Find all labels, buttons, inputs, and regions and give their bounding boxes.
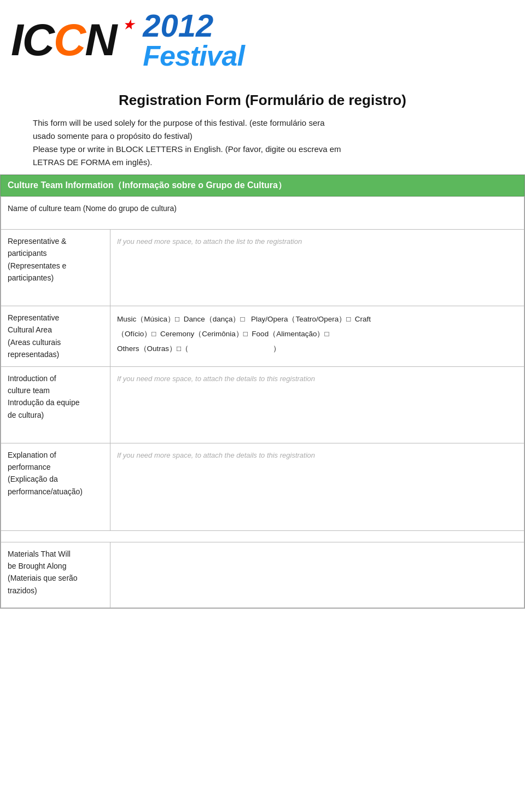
form-desc-line2: usado somente para o propósito do festiv… (33, 131, 192, 141)
name-label: Name of culture team (Nome do grupo de c… (1, 197, 524, 230)
explanation-hint: If you need more space, to attach the de… (117, 451, 315, 459)
table-row: RepresentativeCultural Area(Areas cultur… (1, 306, 524, 367)
form-title: Registration Form (Formulário de registr… (33, 92, 492, 109)
table-row: Name of culture team (Nome do grupo de c… (1, 197, 524, 230)
logo-year: 2012 (143, 10, 213, 42)
logo-letter-c2: C (54, 17, 85, 62)
intro-hint: If you need more space, to attach the de… (117, 375, 315, 383)
cultural-label: RepresentativeCultural Area(Areas cultur… (1, 306, 110, 367)
separator-row (1, 530, 524, 542)
intro-value: If you need more space, to attach the de… (110, 366, 524, 443)
form-desc-line3: Please type or write in BLOCK LETTERS in… (33, 144, 341, 154)
logo-right: 2012 Festival (143, 10, 244, 70)
explanation-value: If you need more space, to attach the de… (110, 443, 524, 530)
cultural-line2: （Ofício）□ Ceremony（Cerimônia）□ Food（Alim… (117, 330, 329, 338)
cultural-line3: Others（Outras）□（ ） (117, 344, 281, 353)
form-title-area: Registration Form (Formulário de registr… (0, 75, 525, 174)
logo-letters: I C C N ★ (11, 17, 137, 62)
cultural-line1: Music（Música）□ Dance（dança）□ Play/Opera（… (117, 315, 371, 323)
table-row: Explanation ofperformance(Explicação dap… (1, 443, 524, 530)
materials-value (110, 542, 524, 607)
form-desc-line1: This form will be used solely for the pu… (33, 118, 325, 127)
page: I C C N ★ 2012 Festival Registration For… (0, 0, 525, 812)
section-header: Culture Team Information（Informação sobr… (1, 175, 524, 196)
form-desc-line4: LETRAS DE FORMA em inglês). (33, 157, 152, 167)
form-container: Culture Team Information（Informação sobr… (0, 174, 525, 609)
table-row: Materials That Willbe Brought Along(Mate… (1, 542, 524, 607)
logo-festival: Festival (143, 42, 244, 70)
materials-label: Materials That Willbe Brought Along(Mate… (1, 542, 110, 607)
logo-area: I C C N ★ 2012 Festival (0, 0, 525, 75)
rep-value: If you need more space, to attach the li… (110, 230, 524, 306)
form-description: This form will be used solely for the pu… (33, 116, 492, 169)
table-row (1, 530, 524, 542)
cultural-area-content: Music（Música）□ Dance（dança）□ Play/Opera（… (117, 312, 517, 356)
table-row: Representative &participants(Representat… (1, 230, 524, 306)
cultural-value: Music（Música）□ Dance（dança）□ Play/Opera（… (110, 306, 524, 367)
intro-label: Introduction ofculture teamIntrodução da… (1, 366, 110, 443)
form-table: Name of culture team (Nome do grupo de c… (1, 196, 524, 608)
table-row: Introduction ofculture teamIntrodução da… (1, 366, 524, 443)
logo-letter-c1: C (22, 17, 54, 62)
logo-star: ★ (123, 18, 133, 32)
rep-hint: If you need more space, to attach the li… (117, 237, 302, 246)
logo-letter-i: I (11, 17, 22, 62)
logo-letter-n: N ★ (85, 17, 137, 62)
explanation-label: Explanation ofperformance(Explicação dap… (1, 443, 110, 530)
rep-label: Representative &participants(Representat… (1, 230, 110, 306)
